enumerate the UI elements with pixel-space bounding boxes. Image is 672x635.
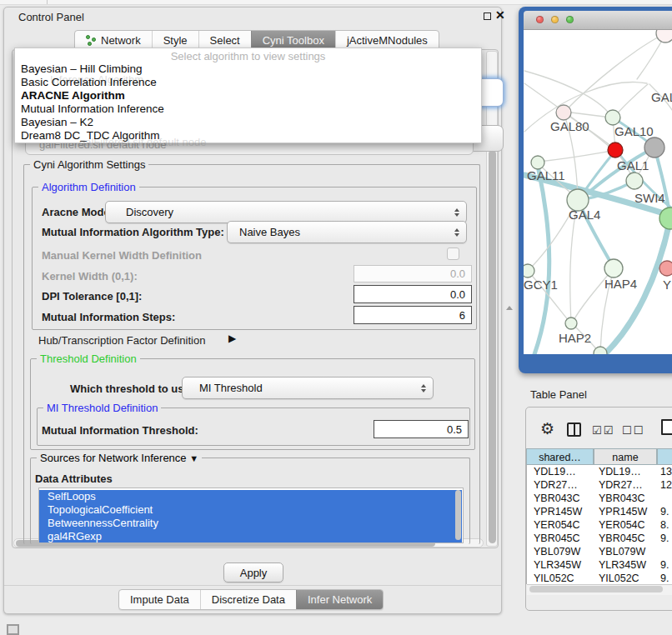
network-node[interactable] bbox=[604, 259, 623, 278]
table-cell[interactable]: 13 bbox=[660, 465, 672, 478]
tab-discretize-data[interactable]: Discretize Data bbox=[200, 590, 296, 609]
network-node[interactable] bbox=[565, 318, 577, 329]
sources-title[interactable]: Sources for Network Inference ▼ bbox=[37, 452, 202, 464]
dropdown-item[interactable]: Bayesian – Hill Climbing bbox=[18, 62, 476, 76]
export-table-file-icon[interactable] bbox=[661, 419, 672, 435]
attribute-list-item-selected[interactable]: gal4RGexp bbox=[39, 530, 462, 543]
attribute-list-item-selected[interactable]: SelfLoops bbox=[39, 490, 462, 503]
table-cell[interactable]: YER054C bbox=[534, 518, 592, 532]
column-header-3[interactable]: A bbox=[657, 448, 672, 465]
table-cell[interactable]: YBL079W bbox=[599, 545, 657, 558]
kernel-width-input[interactable]: 0.0 bbox=[354, 265, 472, 282]
dropdown-item[interactable]: ARACNE Algorithm bbox=[18, 89, 476, 102]
hide-columns-icon[interactable]: ☐☐ bbox=[622, 424, 644, 437]
aracne-mode-combobox[interactable]: Discovery bbox=[105, 201, 467, 223]
network-edge bbox=[614, 84, 648, 117]
network-node[interactable] bbox=[608, 142, 623, 158]
attribute-list-item-selected[interactable]: BetweennessCentrality bbox=[39, 517, 462, 530]
mi-type-combobox[interactable]: Naive Bayes bbox=[227, 221, 467, 243]
table-cell[interactable]: YIL052C bbox=[534, 572, 592, 585]
table-cell[interactable]: YPR145W bbox=[534, 505, 592, 518]
network-graph[interactable]: GALGAL80GAL10GAL1GAL11SWI4GAL4GCY1HAP4YH… bbox=[524, 30, 672, 354]
settings-vscrollbar-thumb[interactable] bbox=[489, 150, 496, 543]
mi-threshold-input[interactable]: 0.5 bbox=[374, 420, 469, 438]
table-cell[interactable] bbox=[660, 545, 672, 558]
tab-infer-network[interactable]: Infer Network bbox=[296, 590, 383, 609]
table-cell[interactable] bbox=[660, 492, 672, 505]
table-cell[interactable]: YBR045C bbox=[534, 532, 592, 545]
hub-definition-label[interactable]: Hub/Transcription Factor Definition bbox=[38, 334, 205, 347]
network-node[interactable] bbox=[556, 105, 571, 120]
columns-icon[interactable] bbox=[567, 422, 581, 437]
table-cell[interactable]: YBL079W bbox=[534, 545, 592, 558]
float-window-icon[interactable] bbox=[484, 12, 491, 20]
mac-close-button[interactable] bbox=[536, 16, 544, 23]
network-window-titlebar[interactable] bbox=[524, 11, 672, 30]
network-node[interactable] bbox=[626, 172, 643, 189]
table-cell[interactable]: YBR043C bbox=[534, 492, 592, 505]
attribute-list-item-selected[interactable]: TopologicalCoefficient bbox=[39, 503, 462, 517]
network-node[interactable] bbox=[524, 264, 534, 278]
table-cell[interactable]: YDL19… bbox=[534, 465, 592, 478]
table-cell[interactable]: 9. bbox=[660, 572, 672, 585]
network-node-label: GAL4 bbox=[569, 208, 600, 222]
mac-zoom-button[interactable] bbox=[566, 16, 574, 23]
network-node-label: GAL11 bbox=[527, 168, 565, 182]
dropdown-item[interactable]: Mutual Information Inference bbox=[18, 102, 476, 116]
show-selected-columns-icon[interactable]: ☑☑ bbox=[592, 424, 614, 437]
mi-type-label: Mutual Information Algorithm Type: bbox=[42, 226, 224, 238]
network-node[interactable] bbox=[644, 138, 664, 158]
mi-threshold-definition-title: MI Threshold Definition bbox=[43, 402, 161, 414]
attributes-vscrollbar-thumb[interactable] bbox=[455, 490, 461, 540]
dpi-tolerance-input[interactable]: 0.0 bbox=[354, 285, 472, 303]
which-threshold-combobox[interactable]: MI Threshold bbox=[182, 377, 434, 399]
network-icon bbox=[86, 35, 97, 46]
dock-panel-icon[interactable] bbox=[7, 624, 19, 635]
table-cell[interactable]: YDR27… bbox=[534, 478, 592, 492]
network-node-label: GAL80 bbox=[550, 119, 589, 133]
network-edge bbox=[539, 151, 612, 162]
stepper-arrows-icon bbox=[454, 228, 459, 237]
network-node[interactable] bbox=[531, 156, 544, 169]
table-cell[interactable]: 9. bbox=[660, 505, 672, 518]
expand-right-arrow-icon[interactable]: ▶ bbox=[228, 332, 236, 344]
mi-type-value: Naive Bayes bbox=[228, 226, 300, 238]
application-window: Control Panel ✕ NetworkStyleSelectCyni T… bbox=[0, 0, 672, 635]
table-cell[interactable]: YPR145W bbox=[599, 505, 657, 518]
settings-gear-icon[interactable]: ⚙ bbox=[540, 419, 554, 438]
network-node-label: SWI4 bbox=[634, 191, 665, 205]
table-cell[interactable]: YLR345W bbox=[534, 558, 592, 572]
dropdown-item[interactable]: Bayesian – K2 bbox=[18, 116, 476, 129]
dropdown-item[interactable]: Dream8 DC_TDC Algorithm bbox=[18, 129, 476, 142]
table-cell[interactable]: YBR043C bbox=[599, 492, 657, 505]
table-hscrollbar-thumb[interactable] bbox=[529, 586, 663, 592]
network-node[interactable] bbox=[659, 261, 672, 276]
column-header-1[interactable]: shared… bbox=[526, 448, 594, 465]
table-cell[interactable]: YDR27… bbox=[599, 478, 657, 492]
table-cell[interactable]: YBR045C bbox=[599, 532, 657, 545]
mi-steps-input[interactable]: 6 bbox=[354, 306, 472, 324]
network-node-label: HAP4 bbox=[604, 277, 637, 291]
collapse-down-arrow-icon[interactable]: ▼ bbox=[189, 453, 198, 463]
column-header-2[interactable]: name bbox=[594, 448, 657, 465]
table-cell[interactable]: 9. bbox=[660, 558, 672, 572]
table-cell[interactable]: YIL052C bbox=[599, 572, 657, 585]
table-cell[interactable]: 12 bbox=[660, 478, 672, 492]
table-cell[interactable]: 8. bbox=[660, 518, 672, 532]
table-cell[interactable]: 9. bbox=[660, 532, 672, 545]
network-node[interactable] bbox=[656, 30, 672, 42]
table-cell[interactable]: YLR345W bbox=[599, 558, 657, 572]
splitpane-collapse-icon[interactable] bbox=[506, 306, 513, 310]
which-threshold-value: MI Threshold bbox=[183, 382, 263, 394]
network-node[interactable] bbox=[605, 110, 620, 125]
threshold-definition-title: Threshold Definition bbox=[37, 352, 140, 365]
network-canvas[interactable]: GALGAL80GAL10GAL1GAL11SWI4GAL4GCY1HAP4YH… bbox=[524, 30, 672, 354]
table-cell[interactable]: YDL19… bbox=[599, 465, 657, 478]
tab-impute-data[interactable]: Impute Data bbox=[119, 590, 200, 609]
close-icon[interactable]: ✕ bbox=[495, 8, 505, 22]
manual-kernel-checkbox[interactable] bbox=[447, 248, 459, 260]
apply-button[interactable]: Apply bbox=[223, 562, 283, 582]
mac-minimize-button[interactable] bbox=[551, 16, 559, 23]
table-cell[interactable]: YER054C bbox=[599, 518, 657, 532]
dropdown-item[interactable]: Basic Correlation Inference bbox=[18, 76, 476, 89]
